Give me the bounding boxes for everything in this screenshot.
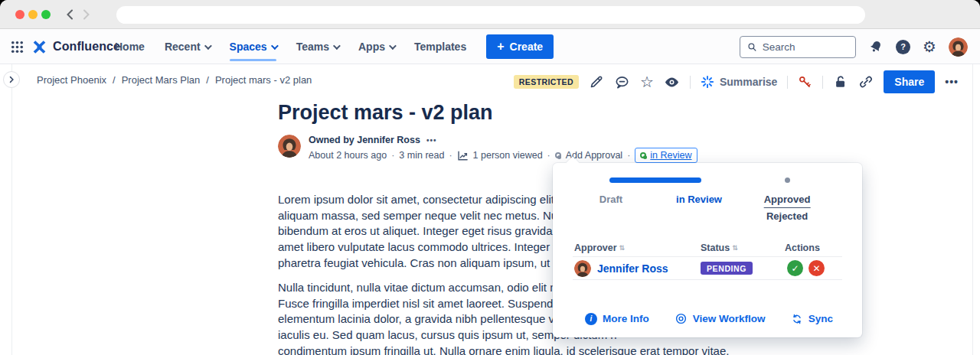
step-in-review-label[interactable]: in Review xyxy=(676,194,722,205)
breadcrumb-item-space[interactable]: Project Phoenix xyxy=(37,74,106,86)
close-window-button[interactable] xyxy=(15,10,24,19)
page-title: Project mars - v2 plan xyxy=(278,101,493,125)
browser-forward-button[interactable] xyxy=(78,7,93,22)
approved-step-dot xyxy=(785,178,790,183)
minimize-window-button[interactable] xyxy=(28,10,38,19)
step-draft-label[interactable]: Draft xyxy=(599,194,622,205)
approver-name-link[interactable]: Jennifer Ross xyxy=(597,262,668,275)
breadcrumb-item-parent[interactable]: Project Mars Plan xyxy=(122,74,201,86)
column-header-status[interactable]: Status ⇅ xyxy=(701,243,738,253)
right-edge-divider xyxy=(972,64,973,355)
eye-icon xyxy=(664,74,680,90)
sync-button[interactable]: Sync xyxy=(791,312,833,325)
search-box[interactable] xyxy=(740,36,856,58)
summarise-button[interactable]: Summarise xyxy=(701,75,777,89)
product-wordmark: Confluence xyxy=(53,40,120,54)
unlock-button[interactable] xyxy=(833,74,848,90)
chevron-down-icon xyxy=(389,42,397,50)
copy-link-button[interactable] xyxy=(858,74,874,90)
column-header-approver[interactable]: Approver ⇅ xyxy=(574,243,625,253)
nav-item-teams[interactable]: Teams xyxy=(296,29,338,64)
workflow-status-chip[interactable]: in Review xyxy=(635,148,697,163)
share-button[interactable]: Share xyxy=(884,70,935,93)
search-icon xyxy=(747,41,757,53)
comment-icon xyxy=(614,74,630,90)
owned-by-label[interactable]: Owned by Jennifer Ross xyxy=(309,135,420,145)
breadcrumb-separator: / xyxy=(113,74,116,86)
notifications-button[interactable] xyxy=(868,39,884,54)
dot-separator: · xyxy=(547,150,550,161)
approve-button[interactable]: ✓ xyxy=(787,260,803,276)
create-button[interactable]: + Create xyxy=(486,34,554,59)
approver-table-row: Jennifer Ross PENDING ✓ ✕ xyxy=(553,258,862,278)
back-chevron-icon xyxy=(64,8,77,21)
check-icon: ✓ xyxy=(791,263,799,274)
pencil-icon xyxy=(589,74,604,90)
search-input[interactable] xyxy=(763,41,848,53)
in-review-ring-icon xyxy=(640,152,646,158)
chevron-right-icon xyxy=(7,75,16,84)
confluence-home-link[interactable]: Confluence xyxy=(31,39,120,55)
plus-icon: + xyxy=(497,40,504,54)
nav-item-home[interactable]: Home xyxy=(115,29,145,64)
popup-footer: i More Info View Workflow xyxy=(553,312,862,325)
breadcrumb-item-current[interactable]: Project mars - v2 plan xyxy=(215,74,312,86)
profile-button[interactable] xyxy=(949,37,968,57)
comments-button[interactable] xyxy=(614,74,630,90)
unlock-icon xyxy=(833,74,848,90)
chevron-down-icon xyxy=(333,42,341,50)
browser-back-button[interactable] xyxy=(63,7,78,22)
restricted-badge[interactable]: RESTRICTED xyxy=(514,75,579,89)
step-rejected-label[interactable]: Rejected xyxy=(764,208,811,222)
table-divider xyxy=(573,256,842,257)
confluence-logo-icon xyxy=(31,39,47,55)
zoom-window-button[interactable] xyxy=(41,10,51,19)
view-workflow-button[interactable]: View Workflow xyxy=(675,312,766,325)
cross-icon: ✕ xyxy=(812,263,820,274)
watch-button[interactable] xyxy=(664,74,680,90)
api-key-button[interactable] xyxy=(798,75,812,90)
page-content: Project Phoenix / Project Mars Plan / Pr… xyxy=(0,64,980,355)
app-switcher-button[interactable] xyxy=(11,41,24,54)
favourite-button[interactable]: ☆ xyxy=(640,74,654,90)
approval-ring-icon xyxy=(555,152,561,158)
sync-icon xyxy=(791,313,803,325)
viewed-count-label[interactable]: 1 person viewed xyxy=(473,150,543,161)
expand-sidebar-button[interactable] xyxy=(3,71,20,88)
sort-icon: ⇅ xyxy=(732,244,738,252)
dot-separator: · xyxy=(449,150,452,161)
step-approved-label[interactable]: Approved xyxy=(764,194,811,208)
workflow-status-label: in Review xyxy=(650,150,691,161)
forward-chevron-icon xyxy=(79,8,93,21)
browser-window: Confluence Home Recent Spaces Teams Apps… xyxy=(0,0,980,355)
nav-item-recent[interactable]: Recent xyxy=(165,29,210,64)
settings-button[interactable]: ⚙ xyxy=(923,39,936,54)
edit-button[interactable] xyxy=(589,74,604,90)
nav-item-templates[interactable]: Templates xyxy=(414,29,466,64)
help-button[interactable]: ? xyxy=(896,40,910,54)
more-info-button[interactable]: i More Info xyxy=(585,312,649,325)
question-mark-icon: ? xyxy=(896,40,910,54)
user-avatar xyxy=(949,37,968,57)
divider xyxy=(822,76,823,89)
read-time-label: 3 min read xyxy=(399,150,444,161)
info-icon: i xyxy=(585,313,597,325)
divider xyxy=(787,76,788,89)
link-icon xyxy=(858,74,874,90)
primary-nav: Home Recent Spaces Teams Apps Templates … xyxy=(115,29,554,64)
nav-item-spaces[interactable]: Spaces xyxy=(230,29,276,64)
dot-separator: · xyxy=(627,150,630,161)
byline: Owned by Jennifer Ross ••• About 2 hours… xyxy=(278,135,697,163)
sparkle-icon xyxy=(701,75,714,89)
grid-icon xyxy=(11,41,24,54)
chevron-down-icon xyxy=(271,42,279,50)
column-header-actions: Actions xyxy=(785,243,820,253)
address-bar[interactable] xyxy=(116,6,865,24)
reject-button[interactable]: ✕ xyxy=(808,260,825,276)
nav-item-apps[interactable]: Apps xyxy=(358,29,394,64)
sidebar-rail-divider xyxy=(11,64,12,355)
byline-more-button[interactable]: ••• xyxy=(426,136,437,145)
author-avatar[interactable] xyxy=(278,135,301,158)
more-actions-button[interactable]: ••• xyxy=(945,76,959,88)
table-divider xyxy=(573,279,842,280)
